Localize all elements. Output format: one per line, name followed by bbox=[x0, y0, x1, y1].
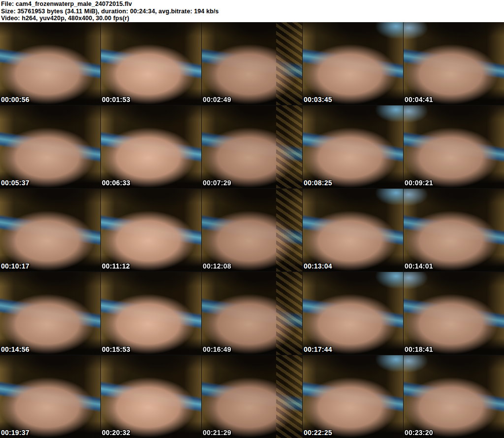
timestamp-overlay: 00:14:01 bbox=[405, 262, 433, 270]
file-info-header: File: cam4_frozenwaterp_male_24072015.fl… bbox=[0, 0, 504, 22]
video-thumbnail: 00:11:12 bbox=[101, 189, 201, 271]
timestamp-overlay: 00:05:37 bbox=[1, 179, 30, 187]
video-thumbnail: 00:20:32 bbox=[101, 355, 201, 438]
timestamp-overlay: 00:18:41 bbox=[405, 345, 433, 353]
timestamp-overlay: 00:22:25 bbox=[304, 429, 332, 437]
file-info-line-video: Video: h264, yuv420p, 480x400, 30.00 fps… bbox=[1, 15, 504, 22]
timestamp-overlay: 00:06:33 bbox=[102, 179, 130, 187]
timestamp-overlay: 00:16:49 bbox=[203, 345, 231, 353]
video-thumbnail: 00:16:49 bbox=[202, 272, 302, 355]
file-info-line-file: File: cam4_frozenwaterp_male_24072015.fl… bbox=[1, 0, 504, 8]
timestamp-overlay: 00:17:44 bbox=[304, 345, 332, 353]
timestamp-overlay: 00:00:56 bbox=[1, 96, 30, 103]
video-thumbnail: 00:14:56 bbox=[0, 272, 100, 355]
video-thumbnail: 00:01:53 bbox=[101, 22, 201, 105]
timestamp-overlay: 00:07:29 bbox=[203, 179, 231, 187]
timestamp-overlay: 00:03:45 bbox=[304, 96, 332, 103]
file-info-line-size: Size: 35761953 bytes (34.11 MiB), durati… bbox=[1, 8, 504, 15]
video-thumbnail: 00:19:37 bbox=[0, 355, 100, 438]
video-thumbnail: 00:05:37 bbox=[0, 105, 100, 188]
timestamp-overlay: 00:04:41 bbox=[405, 96, 433, 103]
timestamp-overlay: 00:21:29 bbox=[203, 429, 231, 437]
timestamp-overlay: 00:08:25 bbox=[304, 179, 332, 187]
video-thumbnail: 00:14:01 bbox=[404, 189, 504, 271]
video-thumbnail: 00:03:45 bbox=[303, 22, 403, 105]
video-thumbnail: 00:08:25 bbox=[303, 105, 403, 188]
video-thumbnail: 00:07:29 bbox=[202, 105, 302, 188]
timestamp-overlay: 00:10:17 bbox=[1, 262, 30, 270]
timestamp-overlay: 00:13:04 bbox=[304, 262, 332, 270]
video-thumbnail: 00:06:33 bbox=[101, 105, 201, 188]
timestamp-overlay: 00:02:49 bbox=[203, 96, 231, 103]
video-thumbnail: 00:21:29 bbox=[202, 355, 302, 438]
timestamp-overlay: 00:23:20 bbox=[405, 429, 433, 437]
timestamp-overlay: 00:09:21 bbox=[405, 179, 433, 187]
timestamp-overlay: 00:12:08 bbox=[203, 262, 231, 270]
timestamp-overlay: 00:01:53 bbox=[102, 96, 130, 103]
video-thumbnail: 00:17:44 bbox=[303, 272, 403, 355]
video-thumbnail: 00:10:17 bbox=[0, 189, 100, 271]
timestamp-overlay: 00:14:56 bbox=[1, 345, 30, 353]
video-thumbnail: 00:12:08 bbox=[202, 189, 302, 271]
video-thumbnail: 00:00:56 bbox=[0, 22, 100, 105]
video-thumbnail: 00:15:53 bbox=[101, 272, 201, 355]
video-thumbnail: 00:04:41 bbox=[404, 22, 504, 105]
timestamp-overlay: 00:11:12 bbox=[102, 262, 130, 270]
video-thumbnail: 00:22:25 bbox=[303, 355, 403, 438]
timestamp-overlay: 00:15:53 bbox=[102, 345, 130, 353]
video-thumbnail: 00:09:21 bbox=[404, 105, 504, 188]
thumbnail-sheet: File: cam4_frozenwaterp_male_24072015.fl… bbox=[0, 0, 504, 438]
video-thumbnail: 00:02:49 bbox=[202, 22, 302, 105]
thumbnail-grid: 00:00:5600:01:5300:02:4900:03:4500:04:41… bbox=[0, 22, 504, 438]
video-thumbnail: 00:18:41 bbox=[404, 272, 504, 355]
video-thumbnail: 00:13:04 bbox=[303, 189, 403, 271]
video-thumbnail: 00:23:20 bbox=[404, 355, 504, 438]
timestamp-overlay: 00:20:32 bbox=[102, 429, 130, 437]
timestamp-overlay: 00:19:37 bbox=[1, 429, 30, 437]
